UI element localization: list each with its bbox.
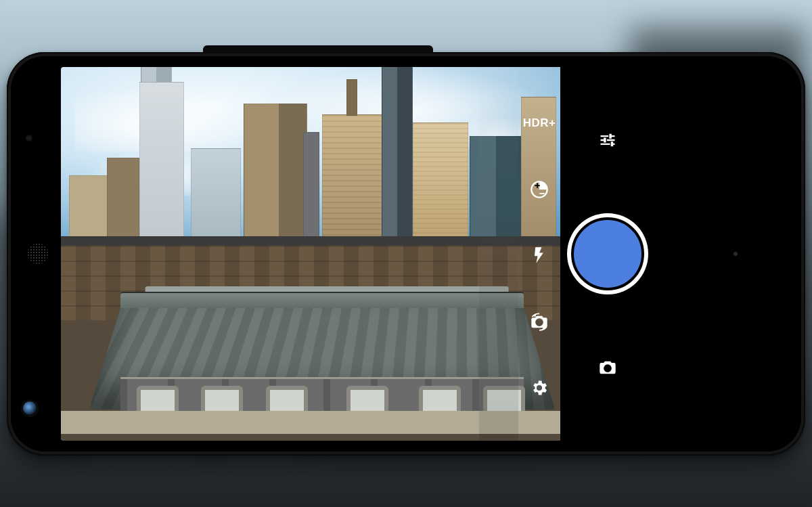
tune-sliders-icon xyxy=(598,131,617,150)
notification-led xyxy=(26,135,32,141)
camera-viewfinder[interactable] xyxy=(61,67,560,441)
switch-camera-icon xyxy=(530,312,549,331)
exposure-toggle-icon xyxy=(530,180,549,199)
shutter-button[interactable] xyxy=(567,213,648,294)
exposure-toggle[interactable] xyxy=(526,176,553,203)
phone-device-frame: HDR+ xyxy=(7,52,805,456)
flash-icon xyxy=(530,246,549,265)
viewfinder-foreground-roof xyxy=(120,292,533,434)
earpiece-speaker xyxy=(27,243,49,265)
quick-settings-column: HDR+ xyxy=(518,67,560,441)
settings-gear-icon xyxy=(530,378,549,397)
nav-indicator-dot xyxy=(734,252,738,256)
camera-mode-button[interactable] xyxy=(594,347,621,388)
flash-toggle[interactable] xyxy=(526,242,553,269)
shutter-button-inner xyxy=(571,217,644,290)
front-camera-lens xyxy=(23,401,37,415)
switch-camera-button[interactable] xyxy=(526,308,553,335)
hdr-toggle[interactable]: HDR+ xyxy=(526,110,553,137)
svg-point-1 xyxy=(605,366,610,370)
options-button[interactable] xyxy=(594,120,621,160)
camera-control-panel: HDR+ xyxy=(560,67,751,441)
camera-mode-icon xyxy=(598,358,617,377)
phone-screen: HDR+ xyxy=(61,67,751,441)
shutter-column xyxy=(560,67,654,441)
nav-column xyxy=(654,67,751,441)
settings-button[interactable] xyxy=(526,374,553,401)
